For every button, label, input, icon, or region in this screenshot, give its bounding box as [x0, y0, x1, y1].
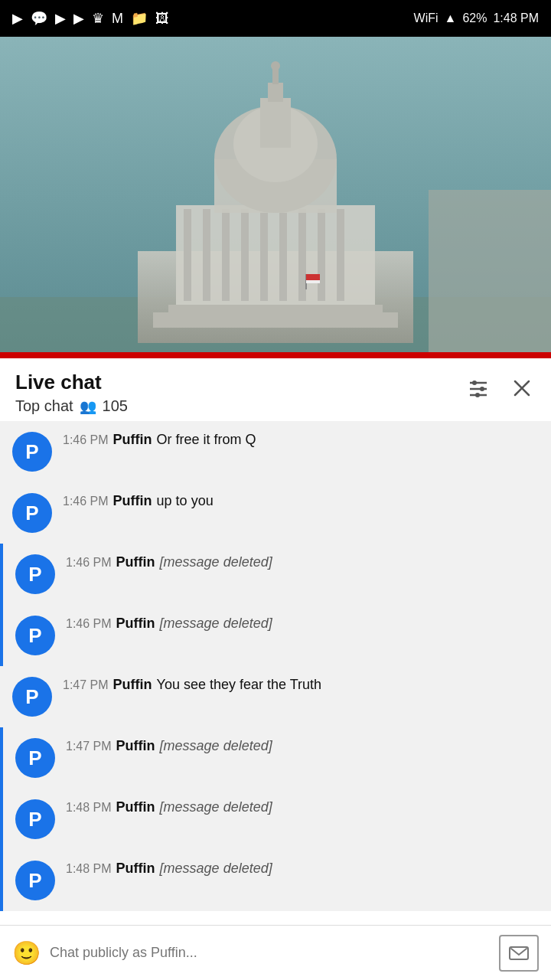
svg-point-28	[472, 381, 477, 385]
message-time: 1:48 PM	[66, 801, 112, 815]
video-player[interactable]	[0, 37, 551, 358]
message-username: Puffin	[116, 554, 155, 570]
list-item: P1:48 PMPuffin[message deleted]	[0, 789, 551, 850]
viewer-icon: 👥	[80, 398, 96, 415]
chat-subtitle: Top chat 👥 105	[15, 397, 128, 415]
message-text: [message deleted]	[160, 799, 272, 815]
message-text: [message deleted]	[160, 616, 272, 632]
message-username: Puffin	[116, 861, 155, 877]
message-body: 1:48 PMPuffin[message deleted]	[66, 799, 539, 815]
viewer-count: 105	[103, 397, 128, 415]
svg-point-21	[271, 61, 280, 70]
avatar: P	[15, 799, 55, 839]
svg-rect-10	[260, 209, 268, 301]
message-body: 1:46 PMPuffin[message deleted]	[66, 616, 539, 632]
video-progress-bar[interactable]	[0, 352, 551, 358]
svg-point-30	[480, 387, 484, 391]
message-time: 1:46 PM	[66, 556, 112, 570]
list-item: P1:46 PMPuffinup to you	[0, 482, 551, 544]
battery-text: 62%	[462, 11, 487, 25]
svg-rect-14	[337, 209, 344, 301]
message-text: [message deleted]	[160, 861, 272, 877]
svg-rect-26	[306, 280, 320, 283]
svg-rect-6	[184, 209, 191, 301]
message-text: [message deleted]	[160, 554, 272, 570]
chat-header: Live chat Top chat 👥 105	[0, 358, 551, 421]
avatar: P	[15, 738, 55, 778]
message-body: 1:46 PMPuffinup to you	[63, 493, 539, 509]
emoji-button[interactable]: 🙂	[12, 939, 41, 966]
message-time: 1:47 PM	[66, 740, 112, 753]
message-body: 1:46 PMPuffin[message deleted]	[66, 554, 539, 570]
folder-icon: 📁	[131, 10, 148, 27]
message-username: Puffin	[116, 616, 155, 632]
message-time: 1:47 PM	[63, 678, 109, 692]
message-username: Puffin	[113, 432, 152, 448]
status-bar-icons: ▶ 💬 ▶ ▶ ♛ M 📁 🖼	[12, 10, 169, 27]
avatar: P	[12, 677, 52, 717]
svg-rect-12	[298, 209, 306, 301]
avatar: P	[15, 616, 55, 655]
svg-rect-9	[241, 209, 249, 301]
message-username: Puffin	[116, 738, 155, 754]
youtube3-icon: ▶	[73, 10, 84, 27]
filter-button[interactable]	[464, 374, 493, 407]
list-item: P1:46 PMPuffinOr free it from Q	[0, 421, 551, 482]
message-username: Puffin	[113, 677, 152, 693]
svg-rect-13	[318, 209, 325, 301]
live-chat-container: Live chat Top chat 👥 105	[0, 358, 551, 972]
message-body: 1:47 PMPuffin[message deleted]	[66, 738, 539, 754]
status-bar-right: WiFi ▲ 62% 1:48 PM	[414, 11, 539, 25]
message-time: 1:46 PM	[66, 617, 112, 631]
svg-rect-18	[260, 98, 291, 148]
chat-messages-list: P1:46 PMPuffinOr free it from QP1:46 PMP…	[0, 421, 551, 911]
chat-input[interactable]	[50, 945, 490, 961]
chat-icon: 💬	[31, 10, 47, 27]
status-bar: ▶ 💬 ▶ ▶ ♛ M 📁 🖼 WiFi ▲ 62% 1:48 PM	[0, 0, 551, 37]
message-body: 1:46 PMPuffinOr free it from Q	[63, 432, 539, 448]
avatar: P	[15, 554, 55, 594]
message-text: [message deleted]	[160, 738, 272, 754]
svg-rect-25	[306, 274, 320, 277]
message-username: Puffin	[116, 799, 155, 815]
message-text: You see they fear the Truth	[157, 677, 321, 693]
message-username: Puffin	[113, 493, 152, 509]
top-chat-label[interactable]: Top chat	[15, 397, 73, 415]
signal-icon: ▲	[445, 11, 457, 25]
svg-rect-11	[279, 209, 287, 301]
message-text: up to you	[157, 493, 214, 509]
youtube-icon: ▶	[12, 10, 23, 27]
message-body: 1:47 PMPuffinYou see they fear the Truth	[63, 677, 539, 693]
list-item: P1:46 PMPuffin[message deleted]	[0, 605, 551, 666]
chat-header-left: Live chat Top chat 👥 105	[15, 371, 128, 415]
youtube2-icon: ▶	[55, 10, 66, 27]
clock: 1:48 PM	[493, 11, 539, 25]
message-time: 1:46 PM	[63, 433, 109, 447]
close-button[interactable]	[508, 374, 536, 407]
avatar: P	[12, 432, 52, 472]
svg-rect-22	[429, 190, 551, 358]
avatar: P	[15, 861, 55, 900]
chat-input-bar: 🙂	[0, 925, 551, 980]
message-time: 1:48 PM	[66, 862, 112, 876]
chat-title: Live chat	[15, 371, 128, 394]
svg-rect-19	[268, 83, 283, 102]
chat-header-right	[464, 371, 536, 407]
message-time: 1:46 PM	[63, 495, 109, 508]
list-item: P1:47 PMPuffin[message deleted]	[0, 727, 551, 789]
image-icon: 🖼	[155, 11, 169, 27]
mastodon-icon: M	[112, 11, 123, 27]
message-body: 1:48 PMPuffin[message deleted]	[66, 861, 539, 877]
svg-rect-7	[203, 209, 210, 301]
wifi-icon: WiFi	[414, 11, 439, 25]
svg-point-32	[475, 393, 480, 397]
list-item: P1:46 PMPuffin[message deleted]	[0, 544, 551, 605]
send-button[interactable]	[499, 935, 539, 972]
avatar: P	[12, 493, 52, 533]
list-item: P1:47 PMPuffinYou see they fear the Trut…	[0, 666, 551, 727]
svg-rect-8	[222, 209, 230, 301]
svg-rect-4	[168, 305, 383, 316]
list-item: P1:48 PMPuffin[message deleted]	[0, 850, 551, 911]
crown-icon: ♛	[92, 10, 104, 27]
message-text: Or free it from Q	[157, 432, 256, 448]
